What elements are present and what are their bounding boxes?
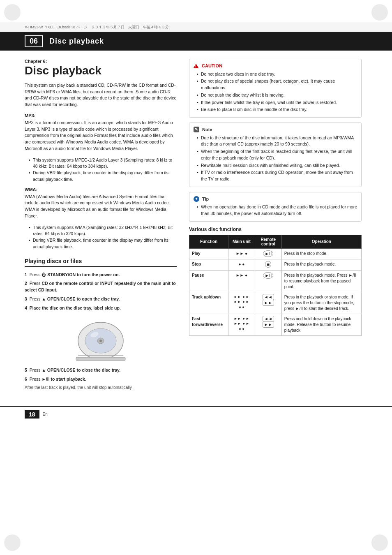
wma-bullet-1: This system supports WMA (Sampling rates…: [29, 224, 177, 238]
step-4: 4 Place the disc on the disc tray, label…: [25, 305, 177, 312]
mp3-heading: MP3:: [25, 113, 177, 118]
note-item-1: Due to the structure of the disc informa…: [197, 135, 357, 148]
caution-list: Do not place two discs in one disc tray.…: [194, 71, 357, 113]
remote-pause: ►II: [255, 270, 281, 292]
col-operation: Operation: [281, 235, 361, 248]
step-3: 3 Press ▲ OPEN/CLOSE to open the disc tr…: [25, 296, 177, 303]
note-item-2: When the beginning of the first track is…: [197, 148, 357, 162]
caution-item-3: Do not push the disc tray whilst it is m…: [197, 92, 357, 99]
mp3-bullets: This system supports MPEG-1/2 Audio Laye…: [25, 157, 177, 183]
svg-point-3: [99, 340, 102, 342]
note-icon: ✎: [194, 127, 199, 132]
chapter-title-header: Disc playback: [49, 37, 104, 46]
func-track: Track up/down: [189, 292, 228, 314]
unit-track: ►► ►► ►► ►► ● ●: [228, 292, 255, 314]
table-row-fast: Fast forward/reverse ►► ►► ►► ►► ● ● ◄◄ …: [189, 314, 362, 335]
caution-item-4: If the power fails whilst the tray is op…: [197, 99, 357, 106]
step-1: 1 Press ⏻ STANDBY/ON to turn the power o…: [25, 272, 177, 278]
tip-list: When no operation has done in CD mode an…: [194, 204, 357, 217]
note-item-3: Rewritable multi-session discs with unfi…: [197, 162, 357, 169]
corner-decoration-br: [371, 534, 388, 551]
intro-text: This system can play back a standard CD,…: [25, 82, 177, 108]
corner-decoration-tr: [371, 4, 388, 21]
unit-fast: ►► ►► ►► ►► ● ●: [228, 314, 255, 335]
chapter-main-title: Disc playback: [25, 65, 177, 77]
remote-stop: ■: [255, 259, 281, 270]
op-fast: Press and hold down in the playback mode…: [281, 314, 361, 335]
mp3-description: MP3 is a form of compression. It is an a…: [25, 120, 177, 152]
footer-lang: En: [43, 412, 48, 416]
note-box: ✎ Note Due to the structure of the disc …: [189, 123, 362, 187]
step-2: 2 Press CD on the remote control or INPU…: [25, 280, 177, 294]
footer: 18 En: [0, 406, 392, 422]
caution-box: CAUTION Do not place two discs in one di…: [189, 59, 362, 118]
note-item-4: If TV or radio interference occurs durin…: [197, 169, 357, 183]
wma-bullet-2: During VBR file playback, time counter i…: [29, 237, 177, 250]
main-content: Chapter 6: Disc playback This system can…: [0, 51, 392, 398]
unit-play: ►► ●: [228, 248, 255, 259]
table-row-track: Track up/down ►► ►► ►► ►► ● ● ◄◄ ►► Pres…: [189, 292, 362, 314]
op-stop: Press in the playback mode.: [281, 259, 361, 270]
tip-box: ✦ Tip When no operation has done in CD m…: [189, 192, 362, 222]
playing-section-title: Playing discs or files: [25, 258, 177, 267]
disc-functions-table: Function Main unit Remote control Operat…: [189, 235, 362, 336]
col-function: Function: [189, 235, 228, 248]
caution-item-5: Be sure to place 8 cm disc in the middle…: [197, 106, 357, 113]
col-main-unit: Main unit: [228, 235, 255, 248]
note-list: Due to the structure of the disc informa…: [194, 135, 357, 183]
op-pause: Press in the playback mode. Press ►/II t…: [281, 270, 361, 292]
page-number: 18: [25, 410, 39, 419]
chapter-header: 06 Disc playback: [0, 32, 392, 51]
wma-description: WMA (Windows Media Audio) files are Adva…: [25, 194, 177, 220]
op-play: Press in the stop mode.: [281, 248, 361, 259]
remote-fast: ◄◄ ►►: [255, 314, 281, 335]
header-bar-text: X-HM51-W_YXE8_En.book 18 ページ ２０１３年５月７日 火…: [25, 25, 169, 30]
right-column: CAUTION Do not place two discs in one di…: [189, 59, 362, 390]
remote-play: ►II: [255, 248, 281, 259]
cd-svg: [74, 316, 127, 361]
func-play: Play: [189, 248, 228, 259]
step-5: 5 Press ▲ OPEN/CLOSE to close the disc t…: [25, 367, 177, 374]
func-stop: Stop: [189, 259, 228, 270]
wma-heading: WMA:: [25, 187, 177, 192]
unit-stop: ● ●: [228, 259, 255, 270]
col-remote: Remote control: [255, 235, 281, 248]
remote-track: ◄◄ ►►: [255, 292, 281, 314]
chapter-number: 06: [25, 35, 43, 47]
tip-icon: ✦: [194, 196, 199, 202]
tip-title: ✦ Tip: [194, 196, 357, 203]
func-pause: Pause: [189, 270, 228, 292]
corner-decoration-tl: [4, 4, 21, 21]
caution-item-1: Do not place two discs in one disc tray.: [197, 71, 357, 78]
svg-rect-7: [76, 357, 125, 361]
wma-bullets: This system supports WMA (Sampling rates…: [25, 224, 177, 250]
caution-item-2: Do not play discs of special shapes (hea…: [197, 78, 357, 91]
mp3-bullet-1: This system supports MPEG-1/2 Audio Laye…: [29, 157, 177, 170]
cd-illustration: [25, 316, 177, 362]
table-title: Various disc functions: [189, 227, 362, 232]
op-track: Press in the playback or stop mode. If y…: [281, 292, 361, 314]
left-column: Chapter 6: Disc playback This system can…: [25, 59, 177, 390]
step-6: 6 Press ►/II to start playback.: [25, 376, 177, 383]
mp3-bullet-2: During VBR file playback, time counter i…: [29, 170, 177, 183]
header-bar: X-HM51-W_YXE8_En.book 18 ページ ２０１３年５月７日 火…: [0, 23, 392, 32]
chapter-label: Chapter 6:: [25, 59, 177, 64]
table-row-pause: Pause ►► ● ►II Press in the playback mod…: [189, 270, 362, 292]
func-fast: Fast forward/reverse: [189, 314, 228, 335]
caution-title: CAUTION: [194, 62, 357, 69]
after-step6: After the last track is played, the unit…: [25, 385, 177, 390]
unit-pause: ►► ●: [228, 270, 255, 292]
note-title: ✎ Note: [194, 126, 357, 133]
tip-item-1: When no operation has done in CD mode an…: [197, 204, 357, 217]
table-row-stop: Stop ● ● ■ Press in the playback mode.: [189, 259, 362, 270]
corner-decoration-bl: [4, 534, 21, 551]
table-row-play: Play ►► ● ►II Press in the stop mode.: [189, 248, 362, 259]
warning-icon: [194, 64, 198, 68]
